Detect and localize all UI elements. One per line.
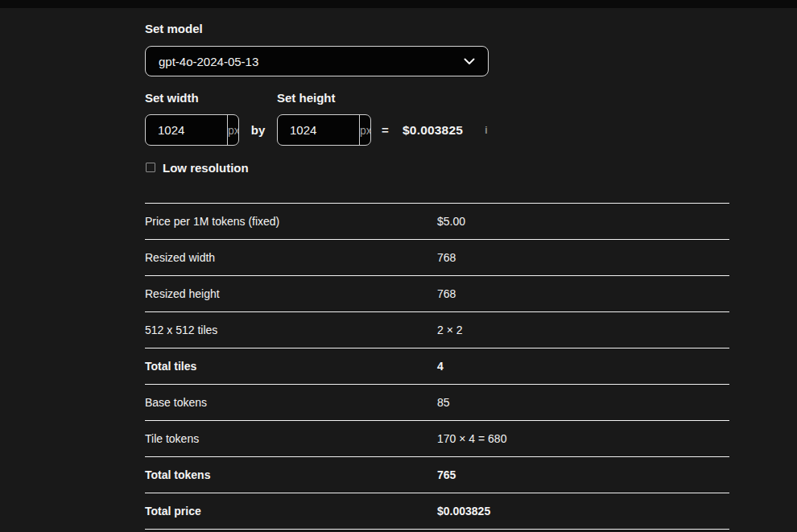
price-result: $0.003825 xyxy=(403,114,463,146)
row-label: Price per 1M tokens (fixed) xyxy=(145,215,279,228)
height-label: Set height xyxy=(277,91,336,105)
height-unit-label: px xyxy=(359,115,371,145)
row-value: 85 xyxy=(437,396,450,409)
table-row: Tile tokens170 × 4 = 680 xyxy=(145,420,729,456)
model-select-value: gpt-4o-2024-05-13 xyxy=(159,55,258,68)
row-value: $5.00 xyxy=(437,215,465,228)
chevron-down-icon xyxy=(464,58,475,65)
row-label: Base tokens xyxy=(145,396,207,409)
row-value: 768 xyxy=(437,251,456,264)
row-label: Resized height xyxy=(145,287,220,300)
row-label: Tile tokens xyxy=(145,432,199,445)
row-label: Total price xyxy=(145,505,201,518)
model-select[interactable]: gpt-4o-2024-05-13 xyxy=(145,46,489,76)
row-label: Total tiles xyxy=(145,360,196,373)
info-icon[interactable]: i xyxy=(481,114,491,146)
low-resolution-checkbox[interactable] xyxy=(146,163,155,172)
table-row: 512 x 512 tiles2 × 2 xyxy=(145,311,729,348)
table-row: Price per 1M tokens (fixed)$5.00 xyxy=(145,203,729,239)
model-label: Set model xyxy=(145,22,203,36)
height-input[interactable] xyxy=(278,115,359,145)
equals-sign: = xyxy=(382,114,389,146)
height-input-group: px xyxy=(277,114,371,146)
table-row: Total tokens765 xyxy=(145,456,729,493)
table-row: Resized height768 xyxy=(145,275,729,311)
row-value: 768 xyxy=(437,287,456,300)
row-label: Resized width xyxy=(145,251,215,264)
row-label: 512 x 512 tiles xyxy=(145,324,217,336)
width-label: Set width xyxy=(145,91,199,105)
top-bar xyxy=(0,0,797,8)
low-resolution-row: Low resolution xyxy=(145,160,249,175)
row-label: Total tokens xyxy=(145,468,210,481)
low-resolution-label[interactable]: Low resolution xyxy=(163,161,249,175)
table-row: Total price$0.003825 xyxy=(145,493,729,530)
table-row: Resized width768 xyxy=(145,239,729,275)
calculator-panel: Set model gpt-4o-2024-05-13 Set width Se… xyxy=(145,8,729,532)
row-value: $0.003825 xyxy=(437,505,490,518)
width-input[interactable] xyxy=(146,115,227,145)
row-value: 4 xyxy=(437,360,444,373)
width-input-group: px xyxy=(145,114,239,146)
price-table: Price per 1M tokens (fixed)$5.00Resized … xyxy=(145,203,729,530)
row-value: 2 × 2 xyxy=(437,324,463,336)
row-value: 170 × 4 = 680 xyxy=(437,432,506,445)
width-unit-label: px xyxy=(227,115,239,145)
row-value: 765 xyxy=(437,468,456,481)
table-row: Total tiles4 xyxy=(145,348,729,384)
table-row: Base tokens85 xyxy=(145,384,729,420)
by-label: by xyxy=(239,114,277,146)
